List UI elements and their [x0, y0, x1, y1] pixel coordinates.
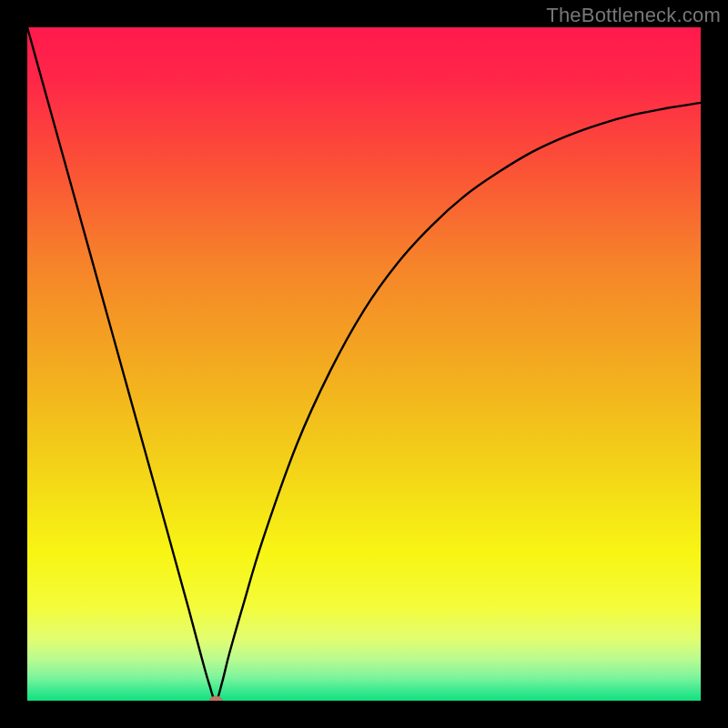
gradient-background: [27, 27, 701, 701]
plot-area: [27, 27, 701, 701]
chart-svg: [27, 27, 701, 701]
chart-frame: TheBottleneck.com: [0, 0, 728, 728]
watermark-text: TheBottleneck.com: [546, 4, 721, 27]
